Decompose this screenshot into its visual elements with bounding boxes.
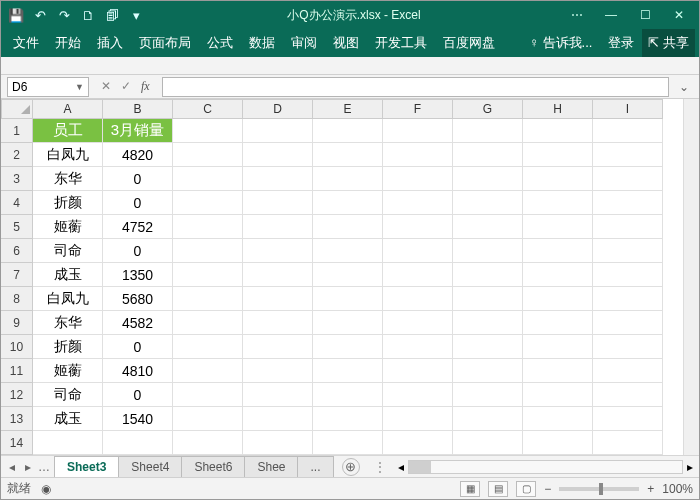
cell[interactable]: 4810 [103,359,173,383]
tab-review[interactable]: 审阅 [283,29,325,57]
cell[interactable] [453,311,523,335]
cell[interactable]: 4582 [103,311,173,335]
row-header[interactable]: 9 [1,311,33,335]
cell[interactable] [383,359,453,383]
cell[interactable] [523,383,593,407]
col-header[interactable]: F [383,99,453,119]
cell[interactable] [383,167,453,191]
cell[interactable] [173,359,243,383]
cell[interactable] [313,215,383,239]
cell[interactable]: 折颜 [33,335,103,359]
add-sheet-button[interactable]: ⊕ [342,458,360,476]
cell[interactable] [173,287,243,311]
cell[interactable]: 姬蘅 [33,215,103,239]
cell[interactable] [593,311,663,335]
name-box[interactable]: D6 ▼ [7,77,89,97]
expand-formula-icon[interactable]: ⌄ [675,80,693,94]
view-pagebreak-icon[interactable]: ▢ [516,481,536,497]
cell[interactable] [313,359,383,383]
col-header[interactable]: A [33,99,103,119]
cell[interactable] [103,431,173,455]
row-header[interactable]: 11 [1,359,33,383]
cell[interactable] [593,191,663,215]
cell[interactable] [523,143,593,167]
cell[interactable] [313,383,383,407]
cell[interactable]: 折颜 [33,191,103,215]
cell[interactable]: 东华 [33,167,103,191]
cell[interactable]: 白凤九 [33,143,103,167]
cell[interactable]: 4752 [103,215,173,239]
select-all-corner[interactable] [1,99,33,119]
tab-next-icon[interactable]: ▸ [21,460,35,474]
cell[interactable] [173,191,243,215]
scroll-left-icon[interactable]: ◂ [398,460,404,474]
row-header[interactable]: 10 [1,335,33,359]
cell[interactable]: 0 [103,167,173,191]
view-normal-icon[interactable]: ▦ [460,481,480,497]
cell[interactable]: 姬蘅 [33,359,103,383]
cell[interactable]: 1350 [103,263,173,287]
cell[interactable] [383,119,453,143]
tab-formula[interactable]: 公式 [199,29,241,57]
tab-insert[interactable]: 插入 [89,29,131,57]
cell[interactable] [243,407,313,431]
col-header[interactable]: C [173,99,243,119]
new-file-icon[interactable]: 🗋 [77,4,99,26]
cell[interactable] [173,143,243,167]
col-header[interactable]: B [103,99,173,119]
cell[interactable] [313,431,383,455]
cell[interactable] [453,407,523,431]
cell[interactable] [453,215,523,239]
row-header[interactable]: 3 [1,167,33,191]
zoom-in-icon[interactable]: + [647,482,654,496]
save-icon[interactable]: 💾 [5,4,27,26]
col-header[interactable]: I [593,99,663,119]
cell[interactable] [243,167,313,191]
row-header[interactable]: 7 [1,263,33,287]
cell[interactable] [383,215,453,239]
cell[interactable] [243,215,313,239]
cell[interactable] [523,119,593,143]
cell[interactable] [593,263,663,287]
cell[interactable] [523,263,593,287]
cell[interactable] [173,119,243,143]
cell[interactable] [523,191,593,215]
cell[interactable] [313,335,383,359]
cell[interactable] [593,167,663,191]
cell[interactable] [313,167,383,191]
minimize-icon[interactable]: — [595,4,627,26]
col-header[interactable]: D [243,99,313,119]
cell[interactable] [453,239,523,263]
maximize-icon[interactable]: ☐ [629,4,661,26]
cell[interactable] [243,239,313,263]
cell[interactable] [243,119,313,143]
cell[interactable] [313,239,383,263]
share-button[interactable]: ⇱ 共享 [642,29,695,57]
zoom-level[interactable]: 100% [662,482,693,496]
cell[interactable] [453,119,523,143]
cell[interactable] [593,383,663,407]
cell[interactable] [593,407,663,431]
row-header[interactable]: 14 [1,431,33,455]
vertical-scrollbar[interactable] [683,99,699,455]
cell[interactable] [313,263,383,287]
sheet-tab[interactable]: Sheet4 [118,456,182,477]
cell[interactable] [523,335,593,359]
macro-record-icon[interactable]: ◉ [41,482,51,496]
cell[interactable]: 员工 [33,119,103,143]
cell[interactable] [313,191,383,215]
cell[interactable] [593,335,663,359]
cell[interactable] [383,239,453,263]
cell[interactable] [593,239,663,263]
tab-home[interactable]: 开始 [47,29,89,57]
tab-file[interactable]: 文件 [5,29,47,57]
cell[interactable]: 东华 [33,311,103,335]
cell[interactable] [523,407,593,431]
row-header[interactable]: 13 [1,407,33,431]
cell[interactable]: 0 [103,191,173,215]
cell[interactable] [173,311,243,335]
cell[interactable] [453,263,523,287]
cell[interactable] [33,431,103,455]
row-header[interactable]: 1 [1,119,33,143]
cell[interactable]: 4820 [103,143,173,167]
